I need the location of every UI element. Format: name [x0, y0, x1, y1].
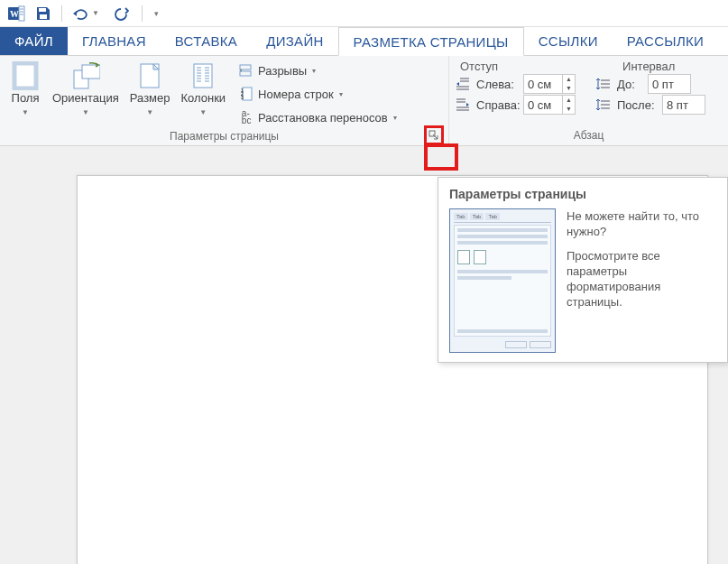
hyphenation-label: Расстановка переносов — [258, 111, 388, 125]
svg-text:3: 3 — [241, 95, 244, 100]
group-paragraph: Отступ Интервал Слева: ▲▼ До: Справа — [449, 56, 728, 145]
hyphenation-button[interactable]: a-bc Расстановка переносов ▾ — [236, 106, 399, 128]
tab-page-layout[interactable]: РАЗМЕТКА СТРАНИЦЫ — [338, 27, 524, 56]
spacing-after-label: После: — [617, 98, 657, 112]
tab-file[interactable]: ФАЙЛ — [0, 27, 68, 55]
tooltip-text-1: Не можете найти то, что нужно? — [567, 208, 716, 239]
columns-label: Колонки — [181, 91, 226, 105]
breaks-label: Разрывы — [258, 64, 307, 78]
size-label: Размер — [130, 91, 170, 105]
svg-rect-7 — [40, 14, 47, 19]
svg-rect-27 — [240, 71, 251, 76]
tab-home[interactable]: ГЛАВНАЯ — [68, 27, 161, 55]
breaks-button[interactable]: Разрывы ▾ — [236, 60, 399, 81]
columns-icon — [189, 61, 217, 90]
svg-rect-2 — [19, 6, 24, 21]
orientation-icon — [71, 61, 100, 90]
breaks-icon — [238, 62, 254, 79]
spacing-header: Интервал — [622, 60, 675, 73]
ribbon-tabs: ФАЙЛ ГЛАВНАЯ ВСТАВКА ДИЗАЙН РАЗМЕТКА СТР… — [0, 27, 728, 56]
tooltip-text-2: Просмотрите все параметры форматирования… — [567, 248, 716, 310]
line-numbers-label: Номера строк — [258, 88, 333, 101]
indent-right-label: Справа: — [476, 98, 518, 112]
spacing-before-input[interactable] — [648, 74, 691, 94]
indent-header: Отступ — [460, 60, 498, 73]
size-icon — [135, 61, 164, 90]
svg-text:W: W — [10, 9, 19, 19]
svg-rect-26 — [240, 65, 251, 69]
tooltip-preview-image: TabTabTab — [449, 208, 556, 353]
tab-design[interactable]: ДИЗАЙН — [252, 27, 337, 55]
redo-button[interactable] — [106, 3, 136, 24]
group-page-setup: Поля▼ Ориентация▼ Размер▼ Колонки▼ — [0, 56, 449, 145]
indent-right-icon — [455, 97, 471, 112]
spacing-before-label: До: — [617, 78, 642, 91]
indent-left-icon — [455, 77, 471, 91]
undo-button[interactable]: ▼ — [68, 3, 104, 24]
word-app-icon[interactable]: W — [4, 3, 29, 24]
svg-rect-28 — [243, 88, 252, 100]
quick-access-toolbar: W ▼ ▾ — [0, 0, 728, 27]
indent-left-input[interactable]: ▲▼ — [523, 74, 576, 94]
page-setup-tooltip: Параметры страницы TabTabTab Не можете н… — [438, 177, 728, 363]
margins-button[interactable]: Поля▼ — [5, 60, 45, 121]
columns-button[interactable]: Колонки▼ — [178, 60, 230, 121]
orientation-button[interactable]: Ориентация▼ — [49, 60, 123, 121]
svg-rect-6 — [39, 8, 46, 12]
paragraph-group-label: Абзац — [574, 129, 604, 142]
tooltip-title: Параметры страницы — [449, 187, 716, 201]
margins-icon — [11, 61, 40, 90]
spacing-after-input[interactable] — [662, 95, 705, 115]
save-button[interactable] — [31, 3, 56, 24]
tab-mailings[interactable]: РАССЫЛКИ — [613, 27, 709, 55]
hyphenation-icon: a-bc — [238, 109, 254, 125]
tab-references[interactable]: ССЫЛКИ — [524, 27, 613, 55]
qat-customize[interactable]: ▾ — [148, 3, 164, 24]
margins-label: Поля — [12, 91, 40, 105]
spacing-before-icon — [595, 77, 612, 91]
svg-rect-8 — [14, 63, 36, 88]
line-numbers-icon: 123 — [238, 86, 254, 102]
tab-insert[interactable]: ВСТАВКА — [161, 27, 252, 55]
indent-right-input[interactable]: ▲▼ — [523, 95, 576, 115]
line-numbers-button[interactable]: 123 Номера строк ▾ — [236, 83, 399, 105]
ribbon: Поля▼ Ориентация▼ Размер▼ Колонки▼ — [0, 56, 728, 146]
page-setup-launcher[interactable] — [427, 128, 441, 143]
svg-rect-11 — [82, 65, 100, 79]
spacing-after-icon — [595, 97, 612, 112]
paragraph-launcher[interactable] — [681, 128, 696, 143]
orientation-label: Ориентация — [52, 91, 119, 105]
indent-left-label: Слева: — [476, 78, 518, 91]
page-setup-group-label: Параметры страницы — [170, 130, 279, 143]
size-button[interactable]: Размер▼ — [126, 60, 174, 121]
